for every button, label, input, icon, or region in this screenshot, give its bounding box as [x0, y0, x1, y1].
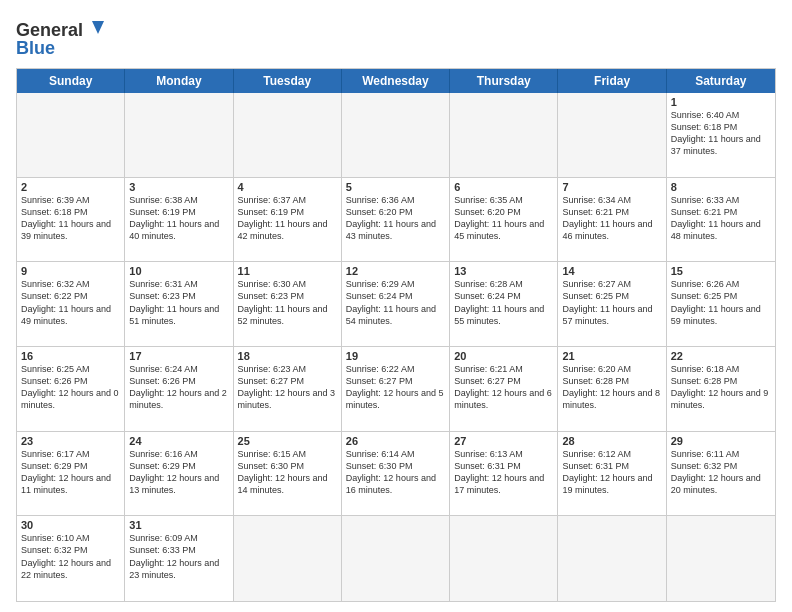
day-cell: 13Sunrise: 6:28 AM Sunset: 6:24 PM Dayli…	[450, 262, 558, 346]
day-cell: 27Sunrise: 6:13 AM Sunset: 6:31 PM Dayli…	[450, 432, 558, 516]
week-row-3: 9Sunrise: 6:32 AM Sunset: 6:22 PM Daylig…	[17, 262, 775, 347]
calendar-page: General Blue SundayMondayTuesdayWednesda…	[0, 0, 792, 612]
day-info: Sunrise: 6:33 AM Sunset: 6:21 PM Dayligh…	[671, 194, 771, 243]
day-info: Sunrise: 6:18 AM Sunset: 6:28 PM Dayligh…	[671, 363, 771, 412]
day-cell	[558, 93, 666, 177]
day-info: Sunrise: 6:31 AM Sunset: 6:23 PM Dayligh…	[129, 278, 228, 327]
day-cell: 7Sunrise: 6:34 AM Sunset: 6:21 PM Daylig…	[558, 178, 666, 262]
day-info: Sunrise: 6:17 AM Sunset: 6:29 PM Dayligh…	[21, 448, 120, 497]
day-cell: 30Sunrise: 6:10 AM Sunset: 6:32 PM Dayli…	[17, 516, 125, 601]
day-cell	[234, 516, 342, 601]
header: General Blue	[16, 16, 776, 60]
day-cell: 22Sunrise: 6:18 AM Sunset: 6:28 PM Dayli…	[667, 347, 775, 431]
day-cell: 9Sunrise: 6:32 AM Sunset: 6:22 PM Daylig…	[17, 262, 125, 346]
day-info: Sunrise: 6:10 AM Sunset: 6:32 PM Dayligh…	[21, 532, 120, 581]
day-number: 18	[238, 350, 337, 362]
day-cell: 16Sunrise: 6:25 AM Sunset: 6:26 PM Dayli…	[17, 347, 125, 431]
day-cell	[125, 93, 233, 177]
day-cell	[667, 516, 775, 601]
day-number: 8	[671, 181, 771, 193]
day-number: 26	[346, 435, 445, 447]
svg-marker-2	[92, 21, 104, 34]
day-number: 5	[346, 181, 445, 193]
day-cell	[342, 516, 450, 601]
day-number: 7	[562, 181, 661, 193]
svg-text:General: General	[16, 20, 83, 40]
day-number: 19	[346, 350, 445, 362]
day-number: 6	[454, 181, 553, 193]
day-info: Sunrise: 6:14 AM Sunset: 6:30 PM Dayligh…	[346, 448, 445, 497]
day-number: 13	[454, 265, 553, 277]
day-cell: 26Sunrise: 6:14 AM Sunset: 6:30 PM Dayli…	[342, 432, 450, 516]
day-info: Sunrise: 6:23 AM Sunset: 6:27 PM Dayligh…	[238, 363, 337, 412]
day-number: 2	[21, 181, 120, 193]
day-number: 15	[671, 265, 771, 277]
day-info: Sunrise: 6:29 AM Sunset: 6:24 PM Dayligh…	[346, 278, 445, 327]
day-cell: 1Sunrise: 6:40 AM Sunset: 6:18 PM Daylig…	[667, 93, 775, 177]
day-cell: 12Sunrise: 6:29 AM Sunset: 6:24 PM Dayli…	[342, 262, 450, 346]
week-row-2: 2Sunrise: 6:39 AM Sunset: 6:18 PM Daylig…	[17, 178, 775, 263]
day-number: 27	[454, 435, 553, 447]
day-info: Sunrise: 6:27 AM Sunset: 6:25 PM Dayligh…	[562, 278, 661, 327]
svg-text:Blue: Blue	[16, 38, 55, 58]
day-info: Sunrise: 6:34 AM Sunset: 6:21 PM Dayligh…	[562, 194, 661, 243]
day-cell	[17, 93, 125, 177]
week-row-1: 1Sunrise: 6:40 AM Sunset: 6:18 PM Daylig…	[17, 93, 775, 178]
day-cell: 11Sunrise: 6:30 AM Sunset: 6:23 PM Dayli…	[234, 262, 342, 346]
day-info: Sunrise: 6:16 AM Sunset: 6:29 PM Dayligh…	[129, 448, 228, 497]
day-info: Sunrise: 6:32 AM Sunset: 6:22 PM Dayligh…	[21, 278, 120, 327]
day-cell: 20Sunrise: 6:21 AM Sunset: 6:27 PM Dayli…	[450, 347, 558, 431]
day-info: Sunrise: 6:26 AM Sunset: 6:25 PM Dayligh…	[671, 278, 771, 327]
day-cell	[342, 93, 450, 177]
day-cell: 3Sunrise: 6:38 AM Sunset: 6:19 PM Daylig…	[125, 178, 233, 262]
day-cell	[234, 93, 342, 177]
day-cell: 10Sunrise: 6:31 AM Sunset: 6:23 PM Dayli…	[125, 262, 233, 346]
calendar-body: 1Sunrise: 6:40 AM Sunset: 6:18 PM Daylig…	[17, 93, 775, 601]
day-info: Sunrise: 6:20 AM Sunset: 6:28 PM Dayligh…	[562, 363, 661, 412]
day-number: 11	[238, 265, 337, 277]
day-info: Sunrise: 6:12 AM Sunset: 6:31 PM Dayligh…	[562, 448, 661, 497]
day-number: 20	[454, 350, 553, 362]
day-cell	[450, 516, 558, 601]
day-number: 25	[238, 435, 337, 447]
day-number: 12	[346, 265, 445, 277]
day-cell: 15Sunrise: 6:26 AM Sunset: 6:25 PM Dayli…	[667, 262, 775, 346]
day-info: Sunrise: 6:15 AM Sunset: 6:30 PM Dayligh…	[238, 448, 337, 497]
day-cell: 8Sunrise: 6:33 AM Sunset: 6:21 PM Daylig…	[667, 178, 775, 262]
week-row-5: 23Sunrise: 6:17 AM Sunset: 6:29 PM Dayli…	[17, 432, 775, 517]
day-cell: 5Sunrise: 6:36 AM Sunset: 6:20 PM Daylig…	[342, 178, 450, 262]
day-info: Sunrise: 6:30 AM Sunset: 6:23 PM Dayligh…	[238, 278, 337, 327]
week-row-6: 30Sunrise: 6:10 AM Sunset: 6:32 PM Dayli…	[17, 516, 775, 601]
logo: General Blue	[16, 16, 106, 60]
day-number: 17	[129, 350, 228, 362]
day-header-friday: Friday	[558, 69, 666, 93]
day-cell	[558, 516, 666, 601]
day-header-monday: Monday	[125, 69, 233, 93]
day-number: 10	[129, 265, 228, 277]
day-info: Sunrise: 6:11 AM Sunset: 6:32 PM Dayligh…	[671, 448, 771, 497]
day-info: Sunrise: 6:24 AM Sunset: 6:26 PM Dayligh…	[129, 363, 228, 412]
day-cell: 6Sunrise: 6:35 AM Sunset: 6:20 PM Daylig…	[450, 178, 558, 262]
day-number: 23	[21, 435, 120, 447]
day-cell: 14Sunrise: 6:27 AM Sunset: 6:25 PM Dayli…	[558, 262, 666, 346]
day-number: 14	[562, 265, 661, 277]
generalblue-logo-icon: General Blue	[16, 16, 106, 60]
day-number: 1	[671, 96, 771, 108]
day-info: Sunrise: 6:21 AM Sunset: 6:27 PM Dayligh…	[454, 363, 553, 412]
calendar: SundayMondayTuesdayWednesdayThursdayFrid…	[16, 68, 776, 602]
day-headers-row: SundayMondayTuesdayWednesdayThursdayFrid…	[17, 69, 775, 93]
day-header-saturday: Saturday	[667, 69, 775, 93]
day-info: Sunrise: 6:35 AM Sunset: 6:20 PM Dayligh…	[454, 194, 553, 243]
day-number: 4	[238, 181, 337, 193]
week-row-4: 16Sunrise: 6:25 AM Sunset: 6:26 PM Dayli…	[17, 347, 775, 432]
day-cell	[450, 93, 558, 177]
day-number: 29	[671, 435, 771, 447]
day-cell: 2Sunrise: 6:39 AM Sunset: 6:18 PM Daylig…	[17, 178, 125, 262]
day-cell: 19Sunrise: 6:22 AM Sunset: 6:27 PM Dayli…	[342, 347, 450, 431]
day-number: 30	[21, 519, 120, 531]
day-info: Sunrise: 6:22 AM Sunset: 6:27 PM Dayligh…	[346, 363, 445, 412]
day-cell: 21Sunrise: 6:20 AM Sunset: 6:28 PM Dayli…	[558, 347, 666, 431]
day-number: 3	[129, 181, 228, 193]
day-info: Sunrise: 6:25 AM Sunset: 6:26 PM Dayligh…	[21, 363, 120, 412]
day-info: Sunrise: 6:39 AM Sunset: 6:18 PM Dayligh…	[21, 194, 120, 243]
